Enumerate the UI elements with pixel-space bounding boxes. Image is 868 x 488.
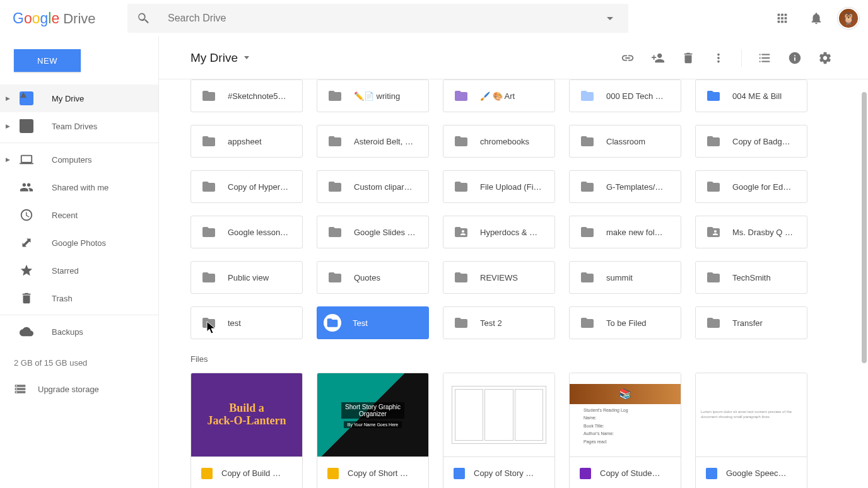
folder-item[interactable]: make new fol…	[569, 216, 681, 248]
sidebar-item-recent[interactable]: Recent	[0, 201, 158, 229]
content[interactable]: #Sketchnote5…✏️📄 writing🖌️ 🎨 Art000 ED T…	[159, 79, 868, 488]
folder-item[interactable]: REVIEWS	[443, 261, 555, 294]
file-item[interactable]: 📚Student's Reading LogName:Book Title:Au…	[569, 373, 681, 488]
folder-label: chromebooks	[480, 137, 529, 146]
folder-item[interactable]: appsheet	[191, 125, 303, 158]
scrollbar-thumb[interactable]	[862, 92, 867, 363]
folder-label: Test 2	[480, 318, 502, 328]
settings-button[interactable]	[814, 47, 836, 69]
folder-item[interactable]: ✏️📄 writing	[317, 79, 429, 112]
folder-item[interactable]: Ms. Drasby Q …	[695, 216, 807, 248]
folder-item[interactable]: G-Templates/…	[569, 170, 681, 203]
folder-label: Transfer	[732, 318, 763, 328]
get-link-button[interactable]	[616, 47, 639, 69]
search-input[interactable]	[168, 13, 607, 24]
folder-item[interactable]: Google Slides …	[317, 216, 429, 248]
sidebar-item-starred[interactable]: Starred	[0, 257, 158, 284]
folder-label: Copy of Hyper…	[228, 182, 288, 192]
file-item[interactable]: Short Story GraphicOrganizerBy Your Name…	[317, 373, 429, 488]
folder-item[interactable]: Transfer	[695, 306, 807, 339]
nav-icon	[19, 152, 34, 167]
share-button[interactable]	[647, 47, 669, 69]
logo[interactable]: Google Drive	[6, 10, 127, 27]
folder-item[interactable]: Public view	[191, 261, 303, 294]
folder-icon	[327, 270, 343, 285]
folder-label: appsheet	[228, 137, 262, 146]
folder-item[interactable]: Test 2	[443, 306, 555, 339]
nav-icon	[19, 291, 34, 306]
folder-item[interactable]: Hyperdocs & …	[443, 216, 555, 248]
nav-divider	[0, 142, 158, 143]
sidebar-item-trash[interactable]: Trash	[0, 284, 158, 312]
sidebar-item-computers[interactable]: ▶Computers	[0, 146, 158, 173]
sidebar-item-shared-with-me[interactable]: Shared with me	[0, 173, 158, 201]
folder-icon	[201, 134, 216, 149]
details-button[interactable]	[783, 47, 806, 69]
folder-item[interactable]: Custom clipar…	[317, 170, 429, 203]
search-bar[interactable]	[127, 4, 628, 33]
files-section-label: Files	[191, 354, 836, 364]
nav-label: Google Photos	[52, 238, 106, 248]
folder-item[interactable]: chromebooks	[443, 125, 555, 158]
folder-icon	[706, 88, 721, 103]
folder-icon	[454, 88, 469, 103]
file-item[interactable]: Copy of Story …	[443, 373, 555, 488]
folder-item[interactable]: Google for Ed…	[695, 170, 807, 203]
folder-icon	[454, 224, 469, 240]
folder-item[interactable]: To be Filed	[569, 306, 681, 339]
notifications-button[interactable]	[804, 6, 829, 31]
expand-icon: ▶	[5, 95, 10, 102]
nav-label: Recent	[52, 211, 78, 220]
folder-icon	[454, 315, 469, 330]
folder-item[interactable]: File Upload (Fi…	[443, 170, 555, 203]
folder-item[interactable]: Asteroid Belt, …	[317, 125, 429, 158]
account-avatar[interactable]: 🦉	[838, 8, 859, 29]
new-button[interactable]: NEW	[14, 49, 81, 72]
folder-label: Quotes	[354, 273, 380, 282]
file-label: Copy of Stude…	[600, 468, 660, 478]
folder-item[interactable]: 004 ME & Bill	[695, 79, 807, 112]
folder-label: test	[228, 318, 241, 328]
folder-icon	[201, 270, 216, 285]
folder-label: 004 ME & Bill	[732, 91, 782, 101]
folder-item[interactable]: 🖌️ 🎨 Art	[443, 79, 555, 112]
main: My Drive #Sketchnote5…✏️📄 writing🖌️ 🎨 Ar…	[158, 37, 868, 488]
folder-item[interactable]: test	[191, 306, 303, 339]
link-icon	[621, 51, 635, 65]
sidebar-item-team-drives[interactable]: ▶Team Drives	[0, 112, 158, 140]
search-icon	[136, 11, 150, 25]
folder-item[interactable]: Classroom	[569, 125, 681, 158]
folder-item[interactable]: Google lesson…	[191, 216, 303, 248]
folder-item[interactable]: TechSmith	[695, 261, 807, 294]
sidebar-item-backups[interactable]: Backups	[0, 318, 158, 346]
folder-item[interactable]: Copy of Badg…	[695, 125, 807, 158]
folder-item[interactable]: Copy of Hyper…	[191, 170, 303, 203]
more-button[interactable]	[707, 47, 730, 69]
breadcrumb[interactable]: My Drive	[191, 51, 249, 65]
nav-icon	[19, 180, 34, 195]
storage-used-text: 2 GB of 15 GB used	[14, 358, 144, 368]
folder-label: Hyperdocs & …	[480, 228, 537, 237]
file-item[interactable]: Lorem ipsum dolor sit amet text content …	[695, 373, 807, 488]
apps-button[interactable]	[770, 6, 795, 31]
google-logo-text: Google	[13, 10, 59, 27]
folder-item[interactable]: summit	[569, 261, 681, 294]
list-view-button[interactable]	[753, 47, 776, 69]
upgrade-storage[interactable]: Upgrade storage	[14, 383, 144, 395]
file-item[interactable]: Build aJack-O-LanternCopy of Build …	[191, 373, 303, 488]
svg-marker-0	[20, 92, 26, 98]
search-options-caret-icon[interactable]	[607, 17, 613, 20]
sidebar-item-my-drive[interactable]: ▶My Drive	[0, 84, 158, 112]
folder-item[interactable]: Test	[317, 306, 429, 339]
folder-label: Custom clipar…	[354, 182, 412, 192]
forms-icon	[580, 468, 591, 479]
sidebar-item-google-photos[interactable]: Google Photos	[0, 229, 158, 257]
folder-item[interactable]: Quotes	[317, 261, 429, 294]
delete-button[interactable]	[677, 47, 700, 69]
storage-icon	[14, 383, 26, 395]
nav-label: Starred	[52, 266, 79, 276]
svg-rect-1	[20, 119, 28, 125]
folder-item[interactable]: 000 ED Tech …	[569, 79, 681, 112]
folder-label: File Upload (Fi…	[480, 182, 542, 192]
folder-item[interactable]: #Sketchnote5…	[191, 79, 303, 112]
